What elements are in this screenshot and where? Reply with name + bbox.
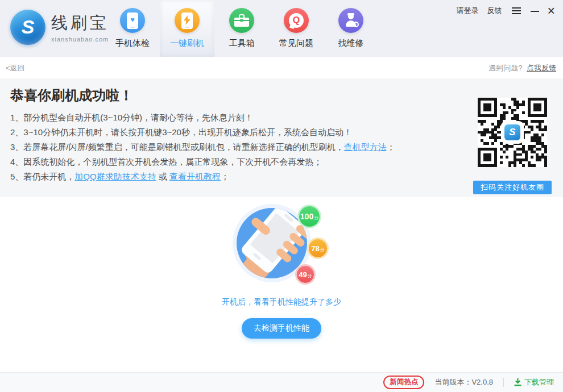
nav-label: 手机体检 xyxy=(115,38,150,49)
tip-line-3: 3、若屏幕花屏/闪屏/频繁重启，可能是刷错机型或刷机包，请重新选择正确的机型刷机… xyxy=(10,140,395,155)
check-model-link[interactable]: 查机型方法 xyxy=(344,142,387,152)
nav-item-repair[interactable]: 找维修 xyxy=(324,0,378,57)
toolbox-icon xyxy=(229,8,254,33)
close-icon[interactable]: × xyxy=(548,6,555,16)
nav-item-faq[interactable]: Q 常见问题 xyxy=(269,0,324,57)
promo-text: 开机后，看看手机性能提升了多少 xyxy=(0,297,563,307)
download-manager-link[interactable]: 下载管理 xyxy=(514,377,554,387)
nav-label: 找维修 xyxy=(338,38,364,49)
tip-line-5: 5、若仍未开机，加QQ群求助技术支持 或 查看开机教程； xyxy=(10,169,395,184)
menu-icon[interactable] xyxy=(511,6,522,15)
hand-phone-illustration: 100分 78分 49分 xyxy=(229,201,314,286)
flash-success-panel: 恭喜你刷机成功啦！ 1、部分机型会自动开机(3~10分钟)，请耐心等待，先休息片… xyxy=(0,78,563,197)
main-nav: ♥ 手机体检 一键刷机 工具箱 Q 常见问题 xyxy=(105,0,378,57)
qr-center-logo-icon: S xyxy=(502,122,523,143)
repairman-icon xyxy=(338,8,363,33)
app-logo: S 线刷宝 xianshuabao.com xyxy=(10,10,109,45)
nav-label: 常见问题 xyxy=(279,38,313,49)
boot-tutorial-link[interactable]: 查看开机教程 xyxy=(169,172,221,181)
feedback-link[interactable]: 反馈 xyxy=(487,6,502,16)
news-hotspot-button[interactable]: 新闻热点 xyxy=(383,376,424,389)
tip-line-4: 4、因系统初始化，个别机型首次开机会发热，属正常现象，下次开机不会再发热； xyxy=(10,155,395,169)
version-label: 当前版本：V2.0.8 xyxy=(434,377,493,387)
score-bubble-49: 49分 xyxy=(297,266,314,283)
score-bubble-78: 78分 xyxy=(309,239,327,257)
question-bubble-icon: Q xyxy=(284,8,309,33)
test-performance-button[interactable]: 去检测手机性能 xyxy=(242,318,321,339)
tip-line-1: 1、部分机型会自动开机(3~10分钟)，请耐心等待，先休息片刻！ xyxy=(10,110,395,125)
tip-line-2: 2、3~10分钟仍未开机时，请长按开机键3~20秒，出现开机迹象后松开，系统会自… xyxy=(10,125,395,140)
back-button[interactable]: <返回 xyxy=(6,63,25,73)
nav-label: 一键刷机 xyxy=(170,38,204,49)
brand-domain: xianshuabao.com xyxy=(51,36,109,43)
performance-promo-section: 100分 78分 49分 开机后，看看手机性能提升了多少 去检测手机性能 xyxy=(0,197,563,372)
issue-feedback-link[interactable]: 点我反馈 xyxy=(527,64,556,72)
brand-logo-letter: S xyxy=(22,16,35,38)
minimize-icon[interactable] xyxy=(531,11,539,12)
phone-bolt-icon xyxy=(175,8,200,33)
tips-list: 1、部分机型会自动开机(3~10分钟)，请耐心等待，先休息片刻！ 2、3~10分… xyxy=(10,110,395,184)
app-header: S 线刷宝 xianshuabao.com ♥ 手机体检 一键刷机 xyxy=(0,0,563,57)
score-bubble-100: 100分 xyxy=(299,206,320,227)
nav-item-phone-checkup[interactable]: ♥ 手机体检 xyxy=(105,0,160,57)
breadcrumb-bar: <返回 遇到问题? 点我反馈 xyxy=(0,57,563,78)
nav-label: 工具箱 xyxy=(229,38,255,49)
phone-heart-icon: ♥ xyxy=(120,8,145,33)
brand-logo-icon: S xyxy=(10,10,45,45)
window-controls: 请登录 反馈 × xyxy=(457,6,555,16)
nav-item-one-key-flash[interactable]: 一键刷机 xyxy=(160,0,214,57)
qr-code: S xyxy=(478,98,547,167)
nav-item-toolbox[interactable]: 工具箱 xyxy=(214,0,269,57)
qr-caption-banner[interactable]: 扫码关注好机友圈 xyxy=(473,181,552,194)
brand-name: 线刷宝 xyxy=(51,12,109,35)
qq-group-link[interactable]: 加QQ群求助技术支持 xyxy=(74,172,156,181)
status-bar: 新闻热点 当前版本：V2.0.8 下载管理 xyxy=(0,372,563,392)
issue-question-text: 遇到问题? xyxy=(489,64,522,72)
success-title: 恭喜你刷机成功啦！ xyxy=(10,86,133,105)
download-icon xyxy=(514,378,521,386)
footer-divider xyxy=(503,378,504,387)
login-link[interactable]: 请登录 xyxy=(457,6,479,16)
